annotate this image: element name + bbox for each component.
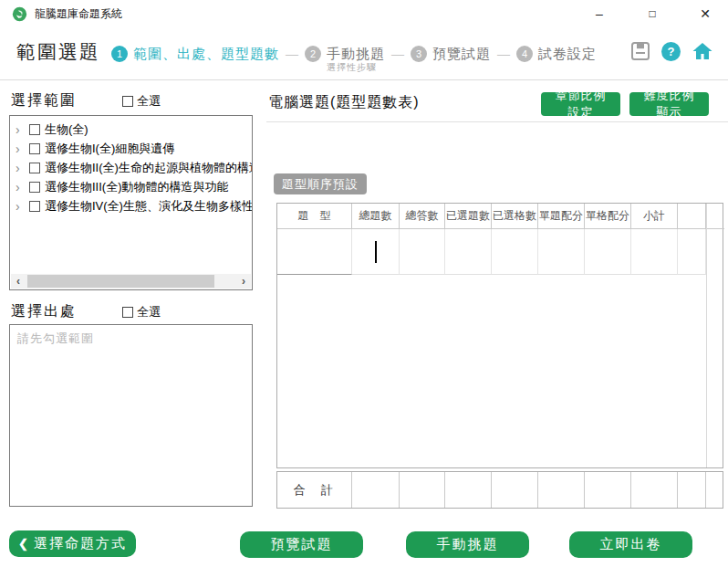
tree-item-label[interactable]: 選修生物IV(全)生態、演化及生物多樣性 bbox=[45, 198, 252, 215]
column-header-points-per-question: 單題配分 bbox=[538, 204, 585, 229]
tree-item-label[interactable]: 選修生物III(全)動物體的構造與功能 bbox=[45, 179, 229, 195]
step-1-scope[interactable]: 1 範圍、出處、題型題數 bbox=[111, 46, 279, 63]
total-total-questions bbox=[352, 472, 400, 508]
scope-select-all-checkbox[interactable] bbox=[122, 96, 133, 107]
help-glyph: ? bbox=[668, 45, 675, 58]
question-type-table: 題 型 總題數 總答數 已選題數 已選格數 單題配分 單格配分 小計 bbox=[276, 203, 723, 468]
step-1-number: 1 bbox=[111, 46, 128, 62]
manual-pick-button[interactable]: 手動挑題 bbox=[406, 531, 529, 558]
app-logo-icon bbox=[12, 6, 27, 22]
scope-panel-title: 選擇範圍 bbox=[11, 91, 77, 110]
step-1-label: 範圍、出處、題型題數 bbox=[133, 46, 279, 63]
step-2-manual-pick[interactable]: 2 手動挑題 選擇性步驟 bbox=[305, 46, 385, 63]
source-list[interactable]: 請先勾選範圍 bbox=[9, 324, 253, 507]
scope-panel-header: 選擇範圍 全選 bbox=[11, 91, 253, 110]
step-2-number: 2 bbox=[305, 46, 321, 62]
scroll-left-icon[interactable]: ‹ bbox=[11, 274, 26, 289]
expand-arrow-icon[interactable]: › bbox=[16, 123, 27, 136]
cell-selected-blanks[interactable] bbox=[492, 229, 538, 275]
step-indicator: 1 範圍、出處、題型題數 — 2 手動挑題 選擇性步驟 — 3 預覽試題 — 4… bbox=[111, 27, 597, 80]
save-icon[interactable] bbox=[630, 41, 650, 61]
tree-item-checkbox[interactable] bbox=[29, 163, 40, 173]
tree-item-label[interactable]: 選修生物II(全)生命的起源與植物體的構造 bbox=[45, 160, 252, 176]
cell-selected-questions[interactable] bbox=[445, 229, 492, 275]
tree-item-elective-2[interactable]: › 選修生物II(全)生命的起源與植物體的構造 bbox=[10, 158, 252, 177]
total-label: 合 計 bbox=[277, 472, 352, 508]
maximize-button[interactable]: □ bbox=[642, 7, 662, 20]
window-controls: – □ ✕ bbox=[589, 0, 715, 27]
tree-item-elective-3[interactable]: › 選修生物III(全)動物體的構造與功能 bbox=[10, 177, 252, 196]
type-order-preset-button[interactable]: 題型順序預設 bbox=[274, 173, 367, 194]
step-3-label: 預覽試題 bbox=[432, 46, 491, 63]
horizontal-scrollbar[interactable]: ‹ › bbox=[11, 274, 251, 289]
cell-subtotal[interactable] bbox=[631, 229, 678, 275]
help-icon[interactable]: ? bbox=[661, 42, 681, 61]
source-select-all-label[interactable]: 全選 bbox=[137, 304, 161, 320]
tree-item-label[interactable]: 生物(全) bbox=[45, 121, 88, 138]
table-header-row: 題 型 總題數 總答數 已選題數 已選格數 單題配分 單格配分 小計 bbox=[277, 204, 723, 229]
scroll-right-icon[interactable]: › bbox=[236, 274, 251, 289]
tree-item-label[interactable]: 選修生物I(全)細胞與遺傳 bbox=[45, 141, 174, 157]
step-4-number: 4 bbox=[516, 46, 533, 62]
tree-item-biology-all[interactable]: › 生物(全) bbox=[10, 120, 252, 139]
cell-type[interactable] bbox=[277, 229, 352, 275]
app-window: 龍騰題庫命題系統 – □ ✕ 範圍選題 1 範圍、出處、題型題數 — 2 手動挑… bbox=[0, 0, 728, 567]
column-header-blank bbox=[678, 204, 706, 229]
step-4-paper-setup[interactable]: 4 試卷設定 bbox=[516, 46, 597, 63]
close-button[interactable]: ✕ bbox=[695, 6, 715, 21]
column-header-subtotal: 小計 bbox=[631, 204, 678, 229]
cell-gutter bbox=[706, 229, 724, 275]
scope-select-all-label[interactable]: 全選 bbox=[137, 93, 161, 110]
tree-item-checkbox[interactable] bbox=[29, 201, 40, 212]
generate-paper-button[interactable]: 立即出卷 bbox=[569, 531, 692, 558]
column-header-type: 題 型 bbox=[277, 204, 352, 229]
column-header-total-questions: 總題數 bbox=[352, 204, 400, 229]
computer-select-title: 電腦選題(題型題數表) bbox=[268, 93, 420, 112]
window-title: 龍騰題庫命題系統 bbox=[35, 6, 122, 22]
chapter-ratio-button[interactable]: 章節比例設定 bbox=[541, 92, 620, 116]
expand-arrow-icon[interactable]: › bbox=[16, 162, 27, 174]
total-blank bbox=[678, 472, 706, 508]
chevron-left-icon: ❮ bbox=[18, 537, 28, 551]
total-points-per-blank bbox=[585, 472, 631, 508]
minimize-button[interactable]: – bbox=[589, 6, 609, 21]
source-select-all[interactable]: 全選 bbox=[122, 304, 161, 320]
preview-questions-button[interactable]: 預覽試題 bbox=[240, 531, 363, 558]
titlebar: 龍騰題庫命題系統 – □ ✕ bbox=[0, 0, 728, 27]
tree-item-checkbox[interactable] bbox=[29, 124, 40, 135]
column-header-selected-questions: 已選題數 bbox=[445, 204, 492, 229]
scope-tree[interactable]: › 生物(全) › 選修生物I(全)細胞與遺傳 › 選修生物II(全)生命的起源… bbox=[9, 115, 253, 290]
source-select-all-checkbox[interactable] bbox=[122, 307, 133, 318]
source-placeholder-text: 請先勾選範圍 bbox=[10, 325, 252, 352]
source-panel-header: 選擇出處 全選 bbox=[11, 302, 253, 321]
home-icon[interactable] bbox=[692, 40, 713, 62]
total-total-answers bbox=[400, 472, 445, 508]
cell-points-per-question[interactable] bbox=[538, 229, 585, 275]
column-header-points-per-blank: 單格配分 bbox=[585, 204, 631, 229]
total-selected-questions bbox=[445, 472, 492, 508]
scrollbar-thumb[interactable] bbox=[27, 275, 214, 288]
step-3-preview[interactable]: 3 預覽試題 bbox=[411, 46, 491, 63]
tree-item-elective-4[interactable]: › 選修生物IV(全)生態、演化及生物多樣性 bbox=[10, 196, 252, 215]
total-row: 合 計 bbox=[276, 471, 723, 509]
difficulty-ratio-button[interactable]: 難度比例顯示 bbox=[629, 92, 709, 116]
scope-select-all[interactable]: 全選 bbox=[122, 93, 161, 110]
cell-total-questions-focused[interactable] bbox=[352, 229, 400, 275]
tree-item-checkbox[interactable] bbox=[29, 143, 40, 154]
tree-item-checkbox[interactable] bbox=[29, 182, 40, 193]
expand-arrow-icon[interactable]: › bbox=[16, 200, 27, 213]
back-to-mode-button[interactable]: ❮ 選擇命題方式 bbox=[9, 530, 136, 557]
cell-points-per-blank[interactable] bbox=[585, 229, 631, 275]
column-header-gutter bbox=[706, 204, 724, 229]
expand-arrow-icon[interactable]: › bbox=[16, 181, 27, 194]
total-points-per-question bbox=[538, 472, 585, 508]
step-separator: — bbox=[391, 47, 404, 61]
expand-arrow-icon[interactable]: › bbox=[16, 142, 27, 155]
text-caret bbox=[375, 241, 377, 263]
source-panel-title: 選擇出處 bbox=[11, 302, 77, 321]
tree-item-elective-1[interactable]: › 選修生物I(全)細胞與遺傳 bbox=[10, 139, 252, 158]
table-row bbox=[277, 229, 723, 275]
back-button-label: 選擇命題方式 bbox=[34, 535, 127, 552]
step-2-label: 手動挑題 bbox=[327, 46, 385, 61]
cell-total-answers[interactable] bbox=[400, 229, 445, 275]
